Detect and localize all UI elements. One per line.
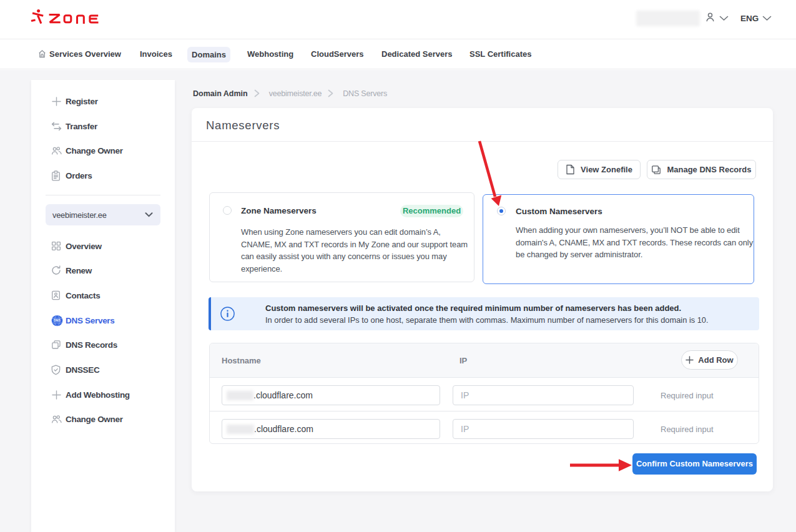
svg-text:DNS: DNS (54, 318, 61, 322)
